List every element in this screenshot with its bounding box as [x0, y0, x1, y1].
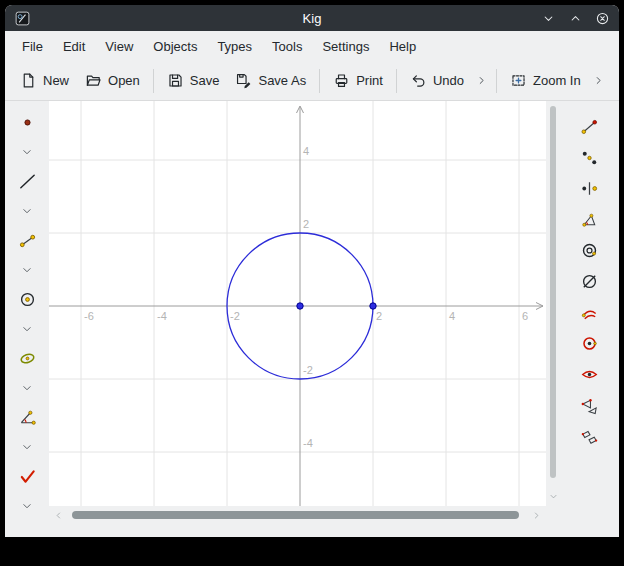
save-as-button-label: Save As	[258, 73, 306, 88]
svg-text:-4: -4	[303, 437, 313, 449]
menu-file[interactable]: File	[13, 35, 52, 58]
menubar: File Edit View Objects Types Tools Setti…	[5, 31, 619, 61]
point-reflection-tool-icon[interactable]	[575, 142, 605, 172]
menu-edit[interactable]: Edit	[54, 35, 94, 58]
angle-tools-expander[interactable]	[12, 432, 42, 461]
save-as-button[interactable]: Save As	[227, 67, 314, 94]
line-tool-icon[interactable]	[12, 166, 42, 196]
translate-tool-icon[interactable]	[575, 111, 605, 141]
undo-button-label: Undo	[433, 73, 464, 88]
conic-tool-icon[interactable]	[12, 343, 42, 373]
status-spacer	[49, 524, 546, 537]
svg-text:4: 4	[449, 310, 455, 322]
kig-window: Kig File Edit View Objects Types Tools S…	[5, 5, 619, 537]
new-button-label: New	[43, 73, 69, 88]
svg-text:-4: -4	[157, 310, 167, 322]
angle-tool-icon[interactable]	[12, 402, 42, 432]
projective-rotation-tool-icon[interactable]	[575, 297, 605, 327]
scroll-right-icon[interactable]	[530, 510, 543, 521]
circle-tool-icon[interactable]	[12, 284, 42, 314]
svg-text:-2: -2	[303, 364, 313, 376]
test-tool-icon[interactable]	[12, 461, 42, 491]
left-toolbar	[5, 101, 49, 537]
undo-button[interactable]: Undo	[402, 67, 472, 94]
zoom-in-icon	[510, 72, 527, 89]
line-tools-expander[interactable]	[12, 196, 42, 225]
point-tools-expander[interactable]	[12, 137, 42, 166]
conic-tools-expander[interactable]	[12, 373, 42, 402]
toolbar-separator	[319, 69, 320, 93]
document-print-icon	[333, 72, 350, 89]
canvas-column: -6-4-224642-2-4	[49, 101, 546, 537]
rotate-tool-icon[interactable]	[575, 204, 605, 234]
geometry-canvas[interactable]: -6-4-224642-2-4	[49, 101, 546, 506]
window-title: Kig	[5, 11, 619, 26]
similitude-tool-icon[interactable]	[575, 421, 605, 451]
point-tool-icon[interactable]	[12, 107, 42, 137]
titlebar: Kig	[5, 5, 619, 31]
document-open-icon	[85, 72, 102, 89]
menu-help[interactable]: Help	[380, 35, 425, 58]
document-save-icon	[167, 72, 184, 89]
projectivity-tool-icon[interactable]	[575, 390, 605, 420]
menu-view[interactable]: View	[96, 35, 142, 58]
horizontal-scrollbar[interactable]	[49, 506, 546, 524]
svg-text:4: 4	[303, 145, 309, 157]
save-button-label: Save	[190, 73, 220, 88]
right-toolbar	[560, 101, 619, 537]
screen-background: { "window": { "title": "Kig" }, "titleba…	[0, 0, 624, 566]
zoom-overflow-button[interactable]	[589, 69, 608, 92]
maximize-button[interactable]	[567, 10, 583, 26]
edit-undo-icon	[410, 72, 427, 89]
window-buttons	[540, 10, 610, 26]
svg-text:2: 2	[376, 310, 382, 322]
toolbar: New Open Save Save As Print Undo Zoom	[5, 61, 619, 101]
affinity-tool-icon[interactable]	[575, 359, 605, 389]
toolbar-separator	[396, 69, 397, 93]
segment-tools-expander[interactable]	[12, 255, 42, 284]
menu-types[interactable]: Types	[208, 35, 261, 58]
toolbar-separator	[153, 69, 154, 93]
toolbar-separator	[496, 69, 497, 93]
print-button[interactable]: Print	[325, 67, 391, 94]
minimize-button[interactable]	[540, 10, 556, 26]
close-button[interactable]	[594, 10, 610, 26]
svg-text:-2: -2	[230, 310, 240, 322]
document-save-as-icon	[235, 72, 252, 89]
horizontal-scroll-track[interactable]	[65, 506, 530, 524]
scroll-left-icon[interactable]	[52, 510, 65, 521]
vertical-scroll-thumb[interactable]	[550, 106, 556, 478]
open-button[interactable]: Open	[77, 67, 148, 94]
scroll-down-icon[interactable]	[547, 491, 560, 502]
svg-text:-6: -6	[84, 310, 94, 322]
scale-tool-icon[interactable]	[575, 235, 605, 265]
horizontal-scroll-thumb[interactable]	[72, 511, 519, 519]
svg-text:2: 2	[303, 218, 309, 230]
axial-reflection-tool-icon[interactable]	[575, 173, 605, 203]
zoom-in-button-label: Zoom In	[533, 73, 581, 88]
zoom-in-button[interactable]: Zoom In	[502, 67, 589, 94]
document-new-icon	[20, 72, 37, 89]
harmonic-homology-tool-icon[interactable]	[575, 328, 605, 358]
inversion-tool-icon[interactable]	[575, 266, 605, 296]
undo-overflow-button[interactable]	[472, 69, 491, 92]
app-icon	[14, 10, 31, 27]
menu-objects[interactable]: Objects	[144, 35, 206, 58]
menu-settings[interactable]: Settings	[313, 35, 378, 58]
test-tools-expander[interactable]	[12, 491, 42, 520]
new-button[interactable]: New	[12, 67, 77, 94]
menu-tools[interactable]: Tools	[263, 35, 311, 58]
save-button[interactable]: Save	[159, 67, 228, 94]
segment-tool-icon[interactable]	[12, 225, 42, 255]
main-area: -6-4-224642-2-4	[5, 101, 619, 537]
svg-text:6: 6	[522, 310, 528, 322]
vertical-scrollbar[interactable]	[546, 101, 560, 537]
open-button-label: Open	[108, 73, 140, 88]
circle-tools-expander[interactable]	[12, 314, 42, 343]
print-button-label: Print	[356, 73, 383, 88]
